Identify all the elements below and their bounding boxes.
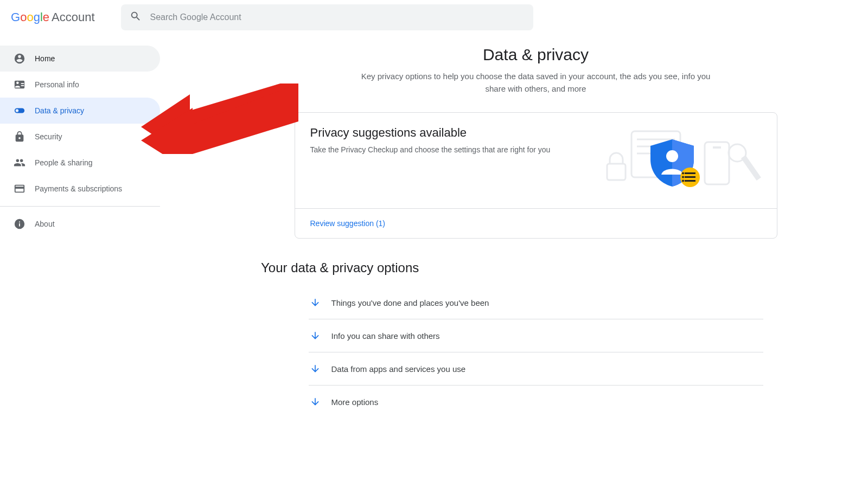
svg-rect-10 bbox=[741, 155, 761, 181]
options-list: Things you've done and places you've bee… bbox=[295, 286, 777, 418]
arrow-down-icon bbox=[309, 395, 322, 408]
arrow-down-icon bbox=[309, 362, 322, 375]
option-row-things-done[interactable]: Things you've done and places you've bee… bbox=[309, 286, 763, 319]
logo[interactable]: Google Account bbox=[11, 10, 95, 24]
google-logo-text: Google bbox=[11, 10, 49, 24]
privacy-suggestions-card: Privacy suggestions available Take the P… bbox=[295, 112, 777, 239]
review-suggestion-link[interactable]: Review suggestion (1) bbox=[310, 219, 386, 228]
people-icon bbox=[13, 156, 26, 169]
svg-point-18 bbox=[682, 180, 684, 182]
lock-icon bbox=[13, 130, 26, 143]
sidebar-item-label: Data & privacy bbox=[35, 106, 84, 115]
search-input[interactable] bbox=[150, 12, 525, 22]
search-icon bbox=[130, 10, 150, 24]
svg-rect-8 bbox=[607, 164, 626, 180]
account-circle-icon bbox=[13, 52, 26, 65]
sidebar-divider bbox=[0, 206, 160, 207]
card-desc: Take the Privacy Checkup and choose the … bbox=[310, 145, 599, 154]
svg-point-16 bbox=[682, 172, 684, 175]
sidebar-item-label: About bbox=[35, 220, 55, 228]
option-row-data-apps[interactable]: Data from apps and services you use bbox=[309, 352, 763, 385]
sidebar-item-label: Home bbox=[35, 54, 55, 63]
sidebar-item-payments[interactable]: Payments & subscriptions bbox=[0, 176, 160, 202]
privacy-illustration-icon bbox=[599, 126, 762, 191]
sidebar-item-label: Personal info bbox=[35, 80, 79, 89]
account-label: Account bbox=[52, 10, 95, 24]
info-icon bbox=[13, 217, 26, 230]
options-heading: Your data & privacy options bbox=[261, 260, 744, 275]
option-label: Things you've done and places you've bee… bbox=[331, 298, 489, 307]
sidebar-item-home[interactable]: Home bbox=[0, 46, 160, 72]
search-box[interactable] bbox=[121, 4, 533, 30]
sidebar-item-label: People & sharing bbox=[35, 158, 93, 167]
option-row-info-share[interactable]: Info you can share with others bbox=[309, 319, 763, 352]
annotation-arrow-icon bbox=[141, 84, 304, 156]
svg-point-11 bbox=[666, 150, 678, 162]
sidebar-item-personal-info[interactable]: Personal info bbox=[0, 72, 160, 98]
sidebar-item-security[interactable]: Security bbox=[0, 124, 160, 150]
badge-icon bbox=[13, 78, 26, 91]
option-row-more-options[interactable]: More options bbox=[309, 385, 763, 418]
sidebar: Home Personal info Data & privacy Securi… bbox=[0, 35, 160, 418]
page-subtitle: Key privacy options to help you choose t… bbox=[352, 70, 720, 95]
sidebar-item-label: Payments & subscriptions bbox=[35, 184, 122, 193]
svg-rect-14 bbox=[685, 176, 695, 178]
svg-point-17 bbox=[682, 176, 684, 178]
arrow-down-icon bbox=[309, 329, 322, 342]
sidebar-item-label: Security bbox=[35, 132, 62, 141]
sidebar-item-data-privacy[interactable]: Data & privacy bbox=[0, 98, 160, 124]
svg-rect-15 bbox=[685, 180, 695, 182]
option-label: Info you can share with others bbox=[331, 331, 440, 341]
sidebar-item-people-sharing[interactable]: People & sharing bbox=[0, 150, 160, 176]
sidebar-item-about[interactable]: About bbox=[0, 211, 160, 237]
toggle-icon bbox=[13, 104, 26, 117]
card-title: Privacy suggestions available bbox=[310, 126, 599, 140]
arrow-down-icon bbox=[309, 296, 322, 309]
card-icon bbox=[13, 182, 26, 195]
option-label: Data from apps and services you use bbox=[331, 364, 466, 374]
svg-rect-13 bbox=[685, 172, 695, 174]
app-header: Google Account bbox=[0, 0, 868, 35]
page-title: Data & privacy bbox=[247, 46, 825, 64]
option-label: More options bbox=[331, 397, 379, 407]
